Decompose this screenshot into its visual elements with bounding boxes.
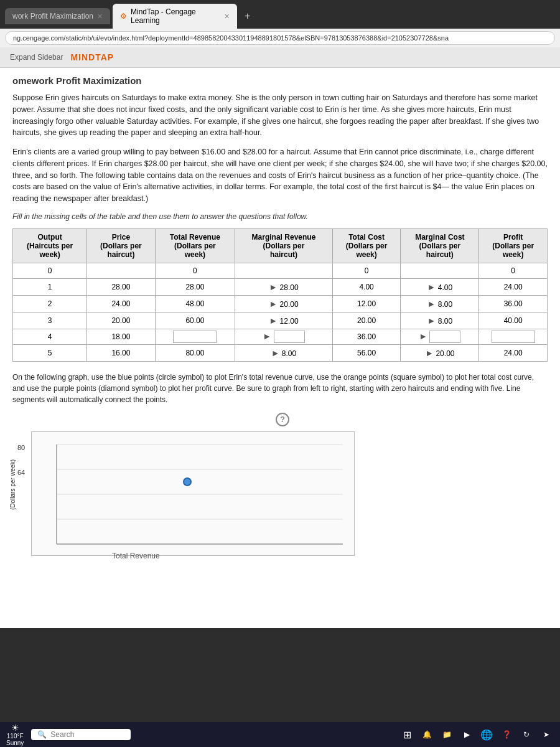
cell-mr-4-editable[interactable]: ► [235,329,333,344]
cell-tr-3: 60.00 [155,312,235,329]
table-row: 0 0 0 0 [13,263,548,278]
arrow-down-icon: ► [263,331,271,341]
problem-text-2: Erin's clients are a varied group willin… [12,146,548,205]
arrow-down-icon: ► [427,282,436,292]
cell-price-1: 28.00 [87,278,156,295]
cell-mr-5: ► 8.00 [235,344,333,361]
table-row: 3 20.00 60.00 ► 12.00 20.00 ► 8.00 40.00 [13,312,548,329]
cell-tc-2: 12.00 [332,295,401,312]
page-title: omework Profit Maximization [12,75,548,86]
col-header-total-cost: Total Cost(Dollars perweek) [332,228,401,263]
tab-mindtap[interactable]: ⚙ MindTap - Cengage Learning ✕ [113,4,237,29]
new-tab-button[interactable]: + [240,8,255,24]
paragraph-2: Erin's clients are a varied group willin… [12,146,548,205]
cell-profit-5: 24.00 [479,344,548,361]
cell-output-1: 1 [13,278,87,295]
cell-mc-3: ► 8.00 [401,312,479,329]
graph-area: (Dollars per week) 80 64 Total Revenue [12,431,548,566]
address-bar-row: ng.cengage.com/static/nb/ui/evo/index.ht… [0,29,560,47]
col-header-marginal-cost: Marginal Cost(Dollars perhaircut) [401,228,479,263]
graph-y-axis-label: (Dollars per week) [9,450,16,519]
taskbar-icon-3[interactable]: ▶ [459,727,474,742]
cell-output-5: 5 [13,344,87,361]
tab-close-active-icon[interactable]: ✕ [224,12,230,21]
cell-mr-1: ► 28.00 [235,278,333,295]
taskbar-icon-help[interactable]: ❓ [499,727,514,742]
help-button[interactable]: ? [276,413,289,426]
graph-instruction: On the following graph, use the blue poi… [12,372,548,405]
cell-tc-1: 4.00 [332,278,401,295]
tr-4-input[interactable] [173,331,217,343]
cell-mc-4-editable[interactable]: ► [401,329,479,344]
col-header-total-revenue: Total Revenue(Dollars perweek) [155,228,235,263]
cell-mr-2: ► 20.00 [235,295,333,312]
instruction-text: Fill in the missing cells of the table a… [12,212,548,221]
mc-4-input[interactable] [429,331,460,343]
taskbar-icon-edge[interactable]: 🌐 [479,727,494,742]
tab-label-active: MindTap - Cengage Learning [131,7,220,25]
cell-profit-1: 24.00 [479,278,548,295]
browser-chrome: work Profit Maximization ✕ ⚙ MindTap - C… [0,0,560,47]
mindtap-logo: MINDTAP [70,52,114,62]
table-row: 1 28.00 28.00 ► 28.00 4.00 ► 4.00 24.00 [13,278,548,295]
graph-total-revenue-label: Total Revenue [112,552,454,560]
weather-temp: 110°F [7,733,24,740]
search-input[interactable] [50,730,125,739]
cell-output-3: 3 [13,312,87,329]
table-row: 2 24.00 48.00 ► 20.00 12.00 ► 8.00 36.00 [13,295,548,312]
tab-work-profit[interactable]: work Profit Maximization ✕ [5,8,110,24]
taskbar-icons: ⊞ 🔔 📁 ▶ 🌐 ❓ ↻ ➤ [399,727,554,742]
tab-close-icon[interactable]: ✕ [97,12,103,21]
taskbar-icon-refresh[interactable]: ↻ [519,727,534,742]
cell-output-2: 2 [13,295,87,312]
weather-condition: Sunny [6,740,24,746]
col-header-marginal-revenue: Marginal Revenue(Dollars perhaircut) [235,228,333,263]
arrow-down-icon: ► [419,331,427,341]
cell-tr-2: 48.00 [155,295,235,312]
cell-tr-4-editable[interactable] [155,329,235,344]
data-table: Output(Haircuts perweek) Price(Dollars p… [12,228,548,362]
cell-tc-5: 56.00 [332,344,401,361]
cell-mr-3: ► 12.00 [235,312,333,329]
col-header-profit: Profit(Dollars perweek) [479,228,548,263]
taskbar-icon-2[interactable]: 📁 [439,727,454,742]
tab-bar: work Profit Maximization ✕ ⚙ MindTap - C… [0,0,560,29]
col-header-output: Output(Haircuts perweek) [13,228,87,263]
cell-price-0 [87,263,156,278]
cell-output-0: 0 [13,263,87,278]
cell-mr-0 [235,263,333,278]
cell-mc-0 [401,263,479,278]
weather-widget: ☀ 110°F Sunny [6,723,24,746]
profit-4-input[interactable] [492,331,535,343]
arrow-down-icon: ► [269,299,278,309]
cell-tc-4: 36.00 [332,329,401,344]
graph-y-label-64: 64 [17,469,25,476]
problem-text-1: Suppose Erin gives haircuts on Saturdays… [12,92,548,139]
arrow-down-icon: ► [427,316,436,326]
cell-tc-0: 0 [332,263,401,278]
cell-profit-4-editable[interactable] [479,329,548,344]
cell-profit-0: 0 [479,263,548,278]
mr-4-input[interactable] [274,331,305,343]
graph-y-label-80: 80 [17,444,25,451]
graph-svg [31,431,355,556]
table-row: 5 16.00 80.00 ► 8.00 56.00 ► 20.00 24.00 [13,344,548,361]
cell-price-3: 20.00 [87,312,156,329]
table-row: 4 18.00 ► 36.00 ► [13,329,548,344]
paragraph-1: Suppose Erin gives haircuts on Saturdays… [12,92,548,139]
address-bar[interactable]: ng.cengage.com/static/nb/ui/evo/index.ht… [5,31,555,45]
taskbar-icon-grid[interactable]: ⊞ [399,727,414,742]
table-header-row: Output(Haircuts perweek) Price(Dollars p… [13,228,548,263]
arrow-down-icon: ► [427,299,436,309]
expand-sidebar-button[interactable]: Expand Sidebar [10,53,63,62]
main-content: omework Profit Maximization Suppose Erin… [0,68,560,628]
cell-mc-5: ► 20.00 [401,344,479,361]
cell-price-4: 18.00 [87,329,156,344]
cell-price-5: 16.00 [87,344,156,361]
graph-wrapper: (Dollars per week) 80 64 Total Revenue [12,431,355,566]
taskbar-icon-arrow-right[interactable]: ➤ [539,727,554,742]
taskbar: ☀ 110°F Sunny 🔍 ⊞ 🔔 📁 ▶ 🌐 ❓ ↻ ➤ [0,722,560,747]
taskbar-search-box[interactable]: 🔍 [31,729,131,740]
cell-tr-0: 0 [155,263,235,278]
taskbar-icon-1[interactable]: 🔔 [419,727,434,742]
